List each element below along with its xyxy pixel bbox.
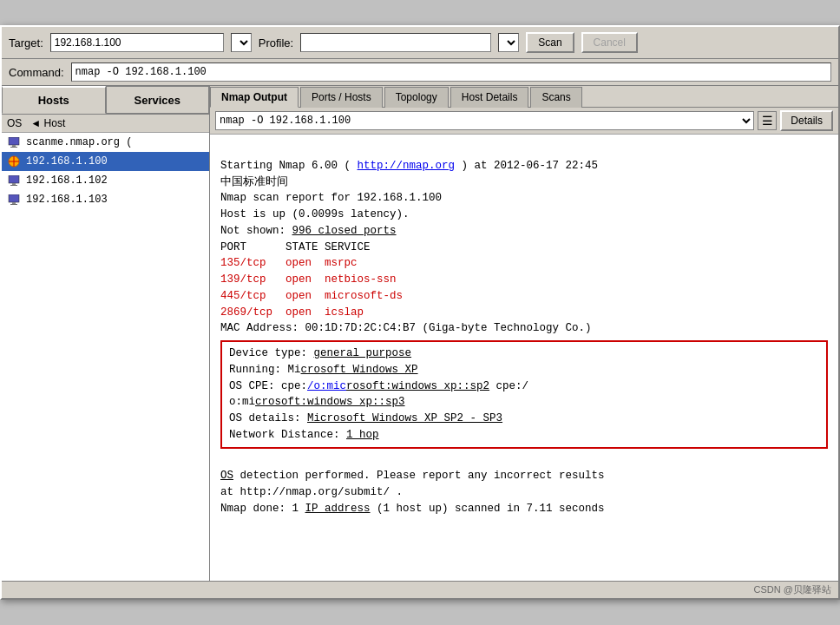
svg-rect-1 xyxy=(12,145,16,147)
tab-bar: Nmap Output Ports / Hosts Topology Host … xyxy=(210,86,838,108)
host-list: scanme.nmap.org ( 192.168.1.100 192.168.… xyxy=(2,133,209,581)
output-line: 139/tcp open netbios-ssn xyxy=(220,272,828,288)
monitor-icon xyxy=(7,174,21,188)
target-icon xyxy=(7,155,21,168)
target-dropdown[interactable]: ▼ xyxy=(231,33,252,52)
list-icon-button[interactable]: ☰ xyxy=(758,111,777,130)
svg-rect-6 xyxy=(9,175,19,183)
tab-ports-hosts[interactable]: Ports / Hosts xyxy=(300,87,383,108)
cpe-value2: crosoft:windows_xp::sp3 xyxy=(255,396,405,408)
output-line: Host is up (0.0099s latency). xyxy=(220,207,828,223)
os-cpe-line2: o:microsoft:windows_xp::sp3 xyxy=(229,394,819,411)
output-line: 135/tcp open msrpc xyxy=(220,255,828,272)
svg-rect-2 xyxy=(10,147,17,148)
svg-rect-0 xyxy=(9,137,19,145)
host-column-header: ◄ Host xyxy=(30,117,65,129)
left-panel: Hosts Services OS ◄ Host scanme.nmap.org… xyxy=(2,86,210,581)
svg-rect-8 xyxy=(10,185,17,186)
cpe-link[interactable]: /o:mic xyxy=(307,380,346,392)
main-area: Hosts Services OS ◄ Host scanme.nmap.org… xyxy=(2,86,838,581)
target-input[interactable] xyxy=(50,33,224,52)
tab-scans[interactable]: Scans xyxy=(530,87,581,108)
output-select[interactable]: nmap -O 192.168.1.100 xyxy=(215,111,754,130)
host-name: 192.168.1.100 xyxy=(26,155,108,168)
os-detection-box: Device type: general purpose Running: Mi… xyxy=(220,340,828,449)
device-type-value: general purpose xyxy=(314,347,412,359)
svg-rect-10 xyxy=(12,202,16,204)
output-line xyxy=(220,141,828,158)
os-text: OS xyxy=(220,470,233,482)
right-panel: Nmap Output Ports / Hosts Topology Host … xyxy=(210,86,838,581)
main-window: Target: ▼ Profile: ▼ Scan Cancel Command… xyxy=(0,25,840,600)
svg-rect-7 xyxy=(12,183,16,185)
os-cpe-line: OS CPE: cpe:/o:microsoft:windows_xp::sp2… xyxy=(229,378,819,395)
output-line xyxy=(220,452,828,469)
hosts-tab[interactable]: Hosts xyxy=(2,86,106,114)
host-name: 192.168.1.103 xyxy=(26,194,108,206)
host-name: scanme.nmap.org ( xyxy=(26,136,132,148)
command-input[interactable] xyxy=(71,62,831,82)
closed-ports: 996 closed ports xyxy=(292,225,397,237)
output-line: Nmap scan report for 192.168.1.100 xyxy=(220,190,828,207)
host-item[interactable]: scanme.nmap.org ( xyxy=(2,133,209,152)
cpe-value: rosoft:windows_xp::sp2 xyxy=(346,380,489,392)
os-details-value: Microsoft Windows XP SP2 - SP3 xyxy=(307,412,502,424)
command-label: Command: xyxy=(9,66,64,79)
output-line: Nmap done: 1 IP address (1 host up) scan… xyxy=(220,501,828,517)
watermark: CSDN @贝隆驿站 xyxy=(754,584,831,595)
output-line: 2869/tcp open icslap xyxy=(220,305,828,321)
host-item[interactable]: 192.168.1.103 xyxy=(2,190,209,209)
profile-dropdown[interactable]: ▼ xyxy=(498,33,519,52)
os-column-header: OS xyxy=(7,117,22,129)
output-content: Starting Nmap 6.00 ( http://nmap.org ) a… xyxy=(210,135,838,581)
target-label: Target: xyxy=(9,36,43,49)
output-line: PORT STATE SERVICE xyxy=(220,240,828,256)
network-distance-value: 1 hop xyxy=(346,429,379,441)
monitor-icon xyxy=(7,135,21,149)
svg-rect-11 xyxy=(10,204,17,205)
running-line: Running: Microsoft Windows XP xyxy=(229,362,819,378)
output-line: 中国标准时间 xyxy=(220,174,828,191)
profile-label: Profile: xyxy=(259,36,293,49)
services-tab[interactable]: Services xyxy=(106,86,210,114)
output-line: 445/tcp open microsoft-ds xyxy=(220,288,828,305)
running-value: crosoft Windows XP xyxy=(301,364,418,376)
output-line: Starting Nmap 6.00 ( http://nmap.org ) a… xyxy=(220,158,828,174)
output-line: Not shown: 996 closed ports xyxy=(220,223,828,240)
monitor-icon xyxy=(7,193,21,207)
output-line: at http://nmap.org/submit/ . xyxy=(220,484,828,501)
output-line: MAC Address: 00:1D:7D:2C:C4:B7 (Giga-byt… xyxy=(220,320,828,337)
tab-topology[interactable]: Topology xyxy=(384,87,449,108)
output-toolbar: nmap -O 192.168.1.100 ☰ Details xyxy=(210,108,838,135)
host-name: 192.168.1.102 xyxy=(26,174,108,187)
scan-button[interactable]: Scan xyxy=(526,32,574,53)
cancel-button[interactable]: Cancel xyxy=(581,32,638,53)
host-item[interactable]: 192.168.1.102 xyxy=(2,171,209,190)
tab-host-details[interactable]: Host Details xyxy=(450,87,529,108)
output-line: OS detection performed. Please report an… xyxy=(220,468,828,484)
details-button[interactable]: Details xyxy=(780,110,833,131)
svg-rect-9 xyxy=(9,194,19,202)
tab-nmap-output[interactable]: Nmap Output xyxy=(210,87,299,108)
toolbar: Target: ▼ Profile: ▼ Scan Cancel xyxy=(2,27,838,59)
profile-input[interactable] xyxy=(300,33,491,52)
ip-address-text: IP address xyxy=(305,503,371,515)
host-service-tabs: Hosts Services xyxy=(2,86,209,115)
host-list-header: OS ◄ Host xyxy=(2,115,209,133)
host-item[interactable]: 192.168.1.100 xyxy=(2,152,209,171)
os-details-line: OS details: Microsoft Windows XP SP2 - S… xyxy=(229,411,819,427)
network-distance-line: Network Distance: 1 hop xyxy=(229,427,819,444)
device-type-line: Device type: general purpose xyxy=(229,345,819,362)
bottom-bar: CSDN @贝隆驿站 xyxy=(2,581,838,598)
nmap-link[interactable]: http://nmap.org xyxy=(358,160,456,172)
command-bar: Command: xyxy=(2,59,838,86)
